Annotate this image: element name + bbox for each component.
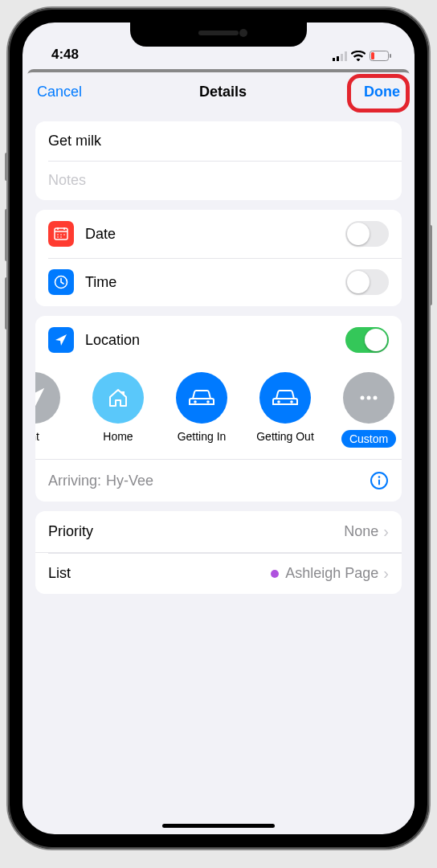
svg-point-21 [361, 396, 365, 400]
date-row[interactable]: Date [35, 210, 402, 258]
home-label: Home [103, 430, 133, 443]
current-icon [35, 372, 60, 424]
camera [239, 29, 247, 37]
svg-point-12 [60, 234, 62, 235]
svg-point-15 [60, 236, 62, 238]
svg-point-11 [57, 234, 59, 235]
notch [130, 23, 307, 47]
svg-rect-26 [378, 480, 380, 485]
location-arrow-icon [48, 327, 74, 353]
priority-value: None [344, 523, 378, 540]
info-icon[interactable] [370, 471, 389, 490]
nav-bar: Cancel Details Done [22, 72, 415, 112]
more-icon [343, 372, 394, 424]
title-card: Notes [35, 121, 402, 200]
page-title: Details [199, 84, 247, 100]
phone-frame: 4:48 Cancel Details Done [8, 8, 429, 849]
location-toggle[interactable] [345, 327, 389, 353]
svg-point-20 [290, 400, 293, 403]
title-input[interactable] [48, 133, 389, 149]
chevron-right-icon: › [383, 522, 389, 541]
done-button[interactable]: Done [364, 84, 400, 100]
location-option-custom[interactable]: Custom [334, 372, 402, 448]
location-label: Location [85, 332, 345, 349]
wifi-icon [351, 51, 366, 61]
side-button [5, 277, 8, 330]
list-row[interactable]: List Ashleigh Page › [35, 552, 402, 594]
svg-rect-2 [341, 54, 343, 61]
list-color-dot [271, 570, 279, 578]
details-sheet: Cancel Details Done Notes [22, 72, 415, 820]
svg-point-22 [367, 396, 371, 400]
svg-rect-1 [337, 56, 339, 61]
svg-point-13 [63, 234, 65, 235]
getting-out-label: Getting Out [256, 430, 314, 443]
clock-icon [48, 269, 74, 295]
meta-card: Priority None › List Ashleigh Page › [35, 511, 402, 594]
date-toggle[interactable] [345, 221, 389, 247]
location-options[interactable]: nt Home Getting In [35, 364, 402, 459]
status-time: 4:48 [51, 47, 79, 63]
done-label: Done [364, 84, 400, 100]
cellular-icon [333, 51, 347, 61]
speaker [198, 31, 239, 35]
getting-in-label: Getting In [178, 430, 227, 443]
location-option-home[interactable]: Home [84, 372, 153, 448]
location-option-getting-in[interactable]: Getting In [167, 372, 236, 448]
side-button [5, 209, 8, 261]
list-value: Ashleigh Page [285, 565, 378, 582]
home-indicator[interactable] [162, 824, 275, 828]
location-card: Location nt Home [35, 316, 402, 502]
priority-label: Priority [48, 523, 344, 540]
date-label: Date [85, 226, 345, 243]
side-button [429, 225, 432, 305]
svg-rect-5 [371, 52, 374, 59]
title-row[interactable] [35, 121, 402, 161]
time-toggle[interactable] [345, 269, 389, 295]
time-row[interactable]: Time [35, 258, 402, 306]
car-icon [259, 372, 311, 424]
side-button [5, 153, 8, 181]
arriving-place: Hy-Vee [106, 473, 153, 489]
custom-label: Custom [341, 430, 396, 448]
svg-rect-3 [345, 51, 347, 61]
svg-point-17 [194, 400, 197, 403]
notes-placeholder: Notes [48, 172, 86, 189]
screen: 4:48 Cancel Details Done [22, 23, 415, 834]
cancel-button[interactable]: Cancel [37, 84, 82, 100]
location-row[interactable]: Location [35, 316, 402, 364]
home-icon [92, 372, 144, 424]
arriving-row[interactable]: Arriving: Hy-Vee [35, 459, 402, 502]
location-option-getting-out[interactable]: Getting Out [251, 372, 320, 448]
arriving-prefix: Arriving: [48, 473, 101, 489]
svg-point-14 [57, 236, 59, 238]
svg-point-23 [374, 396, 378, 400]
current-label: nt [35, 430, 39, 443]
priority-row[interactable]: Priority None › [35, 511, 402, 552]
svg-rect-0 [333, 58, 335, 61]
time-label: Time [85, 274, 345, 291]
svg-point-19 [277, 400, 280, 403]
svg-point-25 [378, 476, 381, 478]
chevron-right-icon: › [383, 564, 389, 583]
battery-icon [370, 51, 392, 61]
car-icon [176, 372, 227, 424]
location-option-current[interactable]: nt [35, 372, 69, 448]
list-label: List [48, 565, 271, 582]
datetime-card: Date Time [35, 210, 402, 306]
svg-rect-6 [390, 54, 391, 58]
svg-point-18 [206, 400, 210, 403]
calendar-icon [48, 221, 74, 247]
notes-row[interactable]: Notes [35, 161, 402, 200]
svg-rect-7 [55, 228, 67, 240]
